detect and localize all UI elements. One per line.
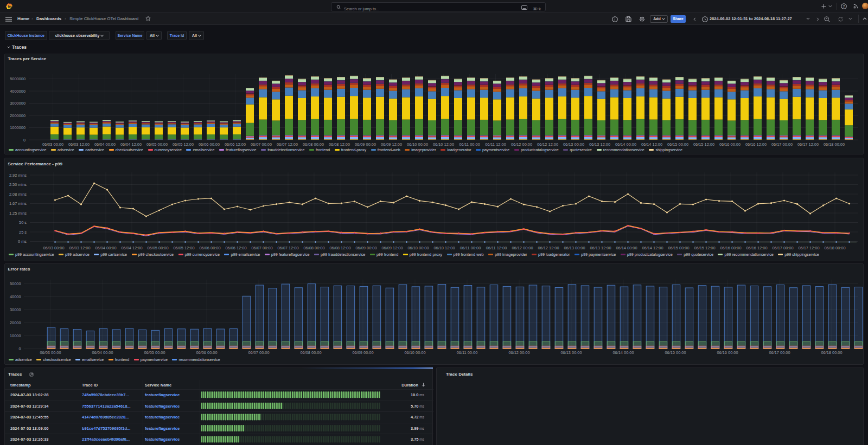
svg-text:06/04 00:00: 06/04 00:00 xyxy=(92,350,113,355)
svg-text:06/16 00:00: 06/16 00:00 xyxy=(720,246,741,250)
svg-text:06/12 12:00: 06/12 12:00 xyxy=(537,142,558,147)
svg-text:06/07 12:00: 06/07 12:00 xyxy=(277,142,298,147)
svg-text:06/08 00:00: 06/08 00:00 xyxy=(303,246,324,250)
svg-text:06/11 00:00: 06/11 00:00 xyxy=(457,350,478,355)
svg-text:06/05 00:00: 06/05 00:00 xyxy=(146,142,168,147)
svg-text:06/11 12:00: 06/11 12:00 xyxy=(486,246,507,250)
svg-text:06/17 12:00: 06/17 12:00 xyxy=(797,142,819,147)
svg-text:06/11 00:00: 06/11 00:00 xyxy=(460,246,481,250)
svg-text:06/09 12:00: 06/09 12:00 xyxy=(381,142,402,147)
svg-text:06/10 12:00: 06/10 12:00 xyxy=(433,246,455,250)
svg-text:40000: 40000 xyxy=(10,294,21,299)
svg-text:06/17 12:00: 06/17 12:00 xyxy=(798,246,819,250)
svg-text:06/07 00:00: 06/07 00:00 xyxy=(251,246,272,250)
svg-text:06/13 00:00: 06/13 00:00 xyxy=(560,350,582,355)
svg-text:06/13 00:00: 06/13 00:00 xyxy=(564,246,585,250)
svg-text:06/04 12:00: 06/04 12:00 xyxy=(120,142,142,147)
svg-text:06/04 12:00: 06/04 12:00 xyxy=(121,246,142,250)
svg-text:06/06 12:00: 06/06 12:00 xyxy=(225,246,246,250)
svg-text:06/04 00:00: 06/04 00:00 xyxy=(94,142,116,147)
svg-text:06/12 00:00: 06/12 00:00 xyxy=(511,142,532,147)
svg-text:06/04 00:00: 06/04 00:00 xyxy=(95,246,116,250)
svg-text:06/09 00:00: 06/09 00:00 xyxy=(355,142,376,147)
svg-text:06/07 00:00: 06/07 00:00 xyxy=(251,142,272,147)
svg-text:06/06 00:00: 06/06 00:00 xyxy=(196,350,217,355)
svg-text:06/14 00:00: 06/14 00:00 xyxy=(615,142,636,147)
svg-text:06/06 00:00: 06/06 00:00 xyxy=(199,246,220,250)
svg-text:06/13 12:00: 06/13 12:00 xyxy=(589,142,610,147)
svg-text:06/17 00:00: 06/17 00:00 xyxy=(772,246,793,250)
svg-text:20000: 20000 xyxy=(10,320,21,325)
svg-text:30000: 30000 xyxy=(10,307,21,312)
svg-text:06/09 00:00: 06/09 00:00 xyxy=(352,350,373,355)
svg-text:06/16 00:00: 06/16 00:00 xyxy=(717,350,738,355)
svg-text:06/03 12:00: 06/03 12:00 xyxy=(69,246,90,250)
svg-text:06/03 00:00: 06/03 00:00 xyxy=(42,142,63,147)
svg-text:06/16 00:00: 06/16 00:00 xyxy=(719,142,741,147)
svg-text:06/06 12:00: 06/06 12:00 xyxy=(225,142,246,147)
svg-text:06/09 12:00: 06/09 12:00 xyxy=(381,246,403,250)
svg-text:2.50 mins: 2.50 mins xyxy=(9,182,27,187)
svg-text:06/07 00:00: 06/07 00:00 xyxy=(248,350,269,355)
svg-text:2.08 mins: 2.08 mins xyxy=(9,192,27,197)
svg-text:06/15 00:00: 06/15 00:00 xyxy=(667,142,688,147)
svg-text:06/11 00:00: 06/11 00:00 xyxy=(459,142,480,147)
svg-text:06/11 12:00: 06/11 12:00 xyxy=(485,142,506,147)
svg-text:06/05 12:00: 06/05 12:00 xyxy=(173,246,194,250)
svg-text:06/08 00:00: 06/08 00:00 xyxy=(303,142,324,147)
svg-text:06/16 12:00: 06/16 12:00 xyxy=(746,246,767,250)
svg-text:06/05 00:00: 06/05 00:00 xyxy=(147,246,168,250)
svg-text:06/09 00:00: 06/09 00:00 xyxy=(355,246,376,250)
svg-text:06/18 00:00: 06/18 00:00 xyxy=(824,142,845,147)
svg-text:2.92 mins: 2.92 mins xyxy=(9,173,27,178)
svg-text:06/15 12:00: 06/15 12:00 xyxy=(693,142,714,147)
svg-text:3000000: 3000000 xyxy=(10,101,25,106)
svg-text:06/17 00:00: 06/17 00:00 xyxy=(771,142,793,147)
svg-text:50 s: 50 s xyxy=(19,220,27,225)
svg-text:5000000: 5000000 xyxy=(10,76,25,81)
svg-text:06/07 12:00: 06/07 12:00 xyxy=(277,246,298,250)
svg-text:06/15 00:00: 06/15 00:00 xyxy=(668,246,689,250)
svg-text:06/12 12:00: 06/12 12:00 xyxy=(538,246,559,250)
svg-text:0: 0 xyxy=(23,138,25,143)
svg-text:06/16 12:00: 06/16 12:00 xyxy=(745,142,767,147)
svg-text:06/08 00:00: 06/08 00:00 xyxy=(300,350,321,355)
svg-text:0: 0 xyxy=(18,346,21,351)
svg-text:50000: 50000 xyxy=(10,281,21,286)
svg-text:06/15 12:00: 06/15 12:00 xyxy=(694,246,715,250)
svg-text:06/10 00:00: 06/10 00:00 xyxy=(407,246,429,250)
svg-text:06/12 00:00: 06/12 00:00 xyxy=(508,350,529,355)
svg-text:06/15 00:00: 06/15 00:00 xyxy=(665,350,686,355)
svg-text:06/08 12:00: 06/08 12:00 xyxy=(329,142,350,147)
svg-text:06/18 00:00: 06/18 00:00 xyxy=(824,246,845,250)
svg-text:4000000: 4000000 xyxy=(10,89,25,94)
svg-text:06/12 00:00: 06/12 00:00 xyxy=(512,246,533,250)
svg-text:1000000: 1000000 xyxy=(10,125,25,130)
svg-text:06/17 00:00: 06/17 00:00 xyxy=(769,350,790,355)
svg-text:06/18 00:00: 06/18 00:00 xyxy=(821,350,842,355)
svg-text:1.67 mins: 1.67 mins xyxy=(9,201,27,206)
svg-text:25 s: 25 s xyxy=(19,230,27,235)
svg-text:06/03 00:00: 06/03 00:00 xyxy=(43,246,64,250)
svg-text:06/14 00:00: 06/14 00:00 xyxy=(616,246,637,250)
svg-text:06/06 00:00: 06/06 00:00 xyxy=(199,142,220,147)
svg-text:06/13 00:00: 06/13 00:00 xyxy=(563,142,584,147)
svg-text:0 ms: 0 ms xyxy=(18,239,27,244)
svg-text:06/10 00:00: 06/10 00:00 xyxy=(407,142,428,147)
svg-text:1.25 mins: 1.25 mins xyxy=(9,211,27,216)
svg-text:06/03 12:00: 06/03 12:00 xyxy=(68,142,90,147)
svg-text:06/05 12:00: 06/05 12:00 xyxy=(173,142,194,147)
svg-text:06/05 00:00: 06/05 00:00 xyxy=(144,350,165,355)
svg-text:06/14 12:00: 06/14 12:00 xyxy=(642,246,663,250)
svg-text:?: ? xyxy=(843,4,845,8)
svg-text:06/10 00:00: 06/10 00:00 xyxy=(404,350,425,355)
svg-text:06/14 00:00: 06/14 00:00 xyxy=(612,350,634,355)
svg-text:2000000: 2000000 xyxy=(10,113,25,118)
svg-text:06/03 00:00: 06/03 00:00 xyxy=(40,350,61,355)
svg-text:06/14 12:00: 06/14 12:00 xyxy=(641,142,662,147)
svg-text:06/10 12:00: 06/10 12:00 xyxy=(433,142,454,147)
svg-text:06/08 12:00: 06/08 12:00 xyxy=(329,246,350,250)
svg-text:10000: 10000 xyxy=(10,333,21,338)
svg-text:06/13 12:00: 06/13 12:00 xyxy=(590,246,611,250)
